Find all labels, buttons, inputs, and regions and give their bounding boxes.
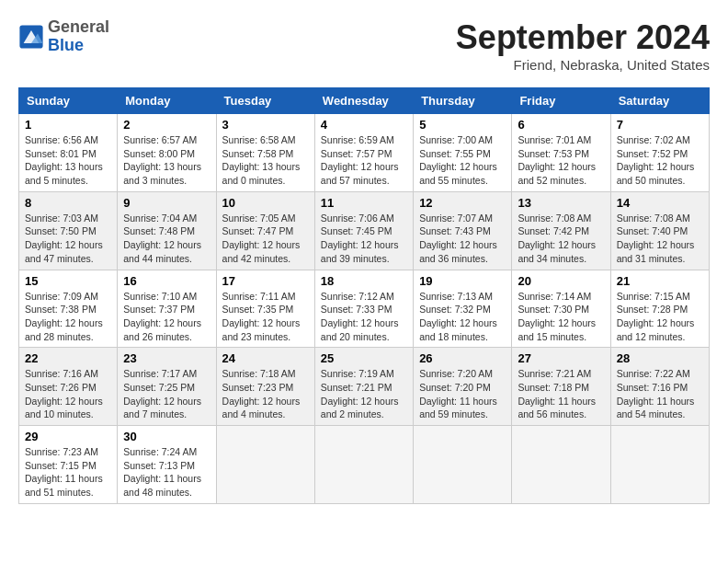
- day-info: Sunrise: 7:07 AMSunset: 7:43 PMDaylight:…: [419, 212, 506, 266]
- calendar-day-cell: 7Sunrise: 7:02 AMSunset: 7:52 PMDaylight…: [610, 114, 709, 192]
- day-number: 28: [617, 351, 703, 365]
- calendar-header-row: SundayMondayTuesdayWednesdayThursdayFrid…: [19, 88, 710, 114]
- calendar-day-cell: 4Sunrise: 6:59 AMSunset: 7:57 PMDaylight…: [314, 114, 413, 192]
- calendar-day-cell: 5Sunrise: 7:00 AMSunset: 7:55 PMDaylight…: [414, 114, 512, 192]
- logo: General Blue: [18, 18, 109, 55]
- day-info: Sunrise: 7:04 AMSunset: 7:48 PMDaylight:…: [123, 212, 210, 266]
- calendar-day-cell: 12Sunrise: 7:07 AMSunset: 7:43 PMDayligh…: [414, 191, 512, 270]
- month-title: September 2024: [456, 18, 710, 57]
- calendar-day-cell: 14Sunrise: 7:08 AMSunset: 7:40 PMDayligh…: [610, 191, 709, 270]
- logo-icon: [18, 24, 44, 50]
- calendar-day-cell: [216, 426, 314, 504]
- calendar-table: SundayMondayTuesdayWednesdayThursdayFrid…: [18, 87, 710, 504]
- calendar-day-cell: 30Sunrise: 7:24 AMSunset: 7:13 PMDayligh…: [118, 426, 216, 504]
- logo-text: General Blue: [48, 18, 109, 55]
- day-info: Sunrise: 7:15 AMSunset: 7:28 PMDaylight:…: [617, 290, 703, 344]
- location: Friend, Nebraska, United States: [456, 57, 710, 73]
- day-number: 7: [617, 118, 703, 132]
- day-info: Sunrise: 7:02 AMSunset: 7:52 PMDaylight:…: [617, 133, 703, 188]
- day-number: 5: [419, 118, 506, 132]
- day-info: Sunrise: 7:13 AMSunset: 7:32 PMDaylight:…: [419, 290, 506, 344]
- logo-blue: Blue: [48, 37, 109, 55]
- calendar-week-row: 1Sunrise: 6:56 AMSunset: 8:01 PMDaylight…: [19, 114, 710, 192]
- day-number: 26: [419, 351, 506, 365]
- day-info: Sunrise: 6:59 AMSunset: 7:57 PMDaylight:…: [321, 133, 407, 188]
- day-info: Sunrise: 7:00 AMSunset: 7:55 PMDaylight:…: [419, 133, 506, 188]
- day-info: Sunrise: 7:03 AMSunset: 7:50 PMDaylight:…: [25, 212, 111, 266]
- calendar-day-cell: 3Sunrise: 6:58 AMSunset: 7:58 PMDaylight…: [216, 114, 314, 192]
- day-number: 29: [25, 430, 111, 443]
- day-number: 4: [321, 118, 407, 132]
- day-number: 9: [123, 196, 210, 210]
- calendar-day-cell: 10Sunrise: 7:05 AMSunset: 7:47 PMDayligh…: [216, 191, 314, 270]
- calendar-day-cell: 22Sunrise: 7:16 AMSunset: 7:26 PMDayligh…: [19, 348, 118, 426]
- calendar-day-cell: 6Sunrise: 7:01 AMSunset: 7:53 PMDaylight…: [512, 114, 610, 192]
- calendar-day-cell: 1Sunrise: 6:56 AMSunset: 8:01 PMDaylight…: [19, 114, 118, 192]
- day-info: Sunrise: 7:06 AMSunset: 7:45 PMDaylight:…: [321, 212, 407, 266]
- calendar-day-cell: 29Sunrise: 7:23 AMSunset: 7:15 PMDayligh…: [19, 426, 118, 504]
- day-info: Sunrise: 7:18 AMSunset: 7:23 PMDaylight:…: [222, 367, 309, 421]
- day-info: Sunrise: 7:16 AMSunset: 7:26 PMDaylight:…: [25, 367, 111, 421]
- day-number: 21: [617, 274, 703, 288]
- day-info: Sunrise: 6:56 AMSunset: 8:01 PMDaylight:…: [25, 133, 111, 188]
- calendar-day-cell: 11Sunrise: 7:06 AMSunset: 7:45 PMDayligh…: [314, 191, 413, 270]
- day-number: 20: [518, 274, 604, 288]
- day-number: 12: [419, 196, 506, 210]
- page-header: General Blue September 2024 Friend, Nebr…: [18, 18, 710, 73]
- calendar-day-cell: 18Sunrise: 7:12 AMSunset: 7:33 PMDayligh…: [314, 270, 413, 348]
- day-number: 14: [617, 196, 703, 210]
- calendar-day-cell: 15Sunrise: 7:09 AMSunset: 7:38 PMDayligh…: [19, 270, 118, 348]
- day-number: 19: [419, 274, 506, 288]
- calendar-day-cell: 9Sunrise: 7:04 AMSunset: 7:48 PMDaylight…: [118, 191, 216, 270]
- weekday-header: Sunday: [19, 88, 118, 114]
- day-info: Sunrise: 7:20 AMSunset: 7:20 PMDaylight:…: [419, 367, 506, 421]
- day-info: Sunrise: 7:21 AMSunset: 7:18 PMDaylight:…: [518, 367, 604, 421]
- day-info: Sunrise: 7:19 AMSunset: 7:21 PMDaylight:…: [321, 367, 407, 421]
- calendar-day-cell: 25Sunrise: 7:19 AMSunset: 7:21 PMDayligh…: [314, 348, 413, 426]
- day-info: Sunrise: 7:09 AMSunset: 7:38 PMDaylight:…: [25, 290, 111, 344]
- calendar-day-cell: 28Sunrise: 7:22 AMSunset: 7:16 PMDayligh…: [610, 348, 709, 426]
- day-number: 18: [321, 274, 407, 288]
- weekday-header: Tuesday: [216, 88, 314, 114]
- day-number: 25: [321, 351, 407, 365]
- calendar-day-cell: 23Sunrise: 7:17 AMSunset: 7:25 PMDayligh…: [118, 348, 216, 426]
- calendar-day-cell: 17Sunrise: 7:11 AMSunset: 7:35 PMDayligh…: [216, 270, 314, 348]
- calendar-day-cell: 16Sunrise: 7:10 AMSunset: 7:37 PMDayligh…: [118, 270, 216, 348]
- calendar-week-row: 29Sunrise: 7:23 AMSunset: 7:15 PMDayligh…: [19, 426, 710, 504]
- calendar-week-row: 8Sunrise: 7:03 AMSunset: 7:50 PMDaylight…: [19, 191, 710, 270]
- day-info: Sunrise: 7:12 AMSunset: 7:33 PMDaylight:…: [321, 290, 407, 344]
- day-number: 30: [123, 430, 210, 443]
- day-info: Sunrise: 7:14 AMSunset: 7:30 PMDaylight:…: [518, 290, 604, 344]
- weekday-header: Wednesday: [314, 88, 413, 114]
- calendar-day-cell: 20Sunrise: 7:14 AMSunset: 7:30 PMDayligh…: [512, 270, 610, 348]
- calendar-day-cell: 19Sunrise: 7:13 AMSunset: 7:32 PMDayligh…: [414, 270, 512, 348]
- day-number: 6: [518, 118, 604, 132]
- day-number: 15: [25, 274, 111, 288]
- day-info: Sunrise: 7:24 AMSunset: 7:13 PMDaylight:…: [123, 445, 210, 500]
- day-info: Sunrise: 7:08 AMSunset: 7:40 PMDaylight:…: [617, 212, 703, 266]
- day-number: 10: [222, 196, 309, 210]
- weekday-header: Friday: [512, 88, 610, 114]
- title-area: September 2024 Friend, Nebraska, United …: [456, 18, 710, 73]
- day-info: Sunrise: 7:17 AMSunset: 7:25 PMDaylight:…: [123, 367, 210, 421]
- calendar-day-cell: 8Sunrise: 7:03 AMSunset: 7:50 PMDaylight…: [19, 191, 118, 270]
- day-info: Sunrise: 7:11 AMSunset: 7:35 PMDaylight:…: [222, 290, 309, 344]
- weekday-header: Saturday: [610, 88, 709, 114]
- weekday-header: Thursday: [414, 88, 512, 114]
- calendar-day-cell: 26Sunrise: 7:20 AMSunset: 7:20 PMDayligh…: [414, 348, 512, 426]
- day-number: 13: [518, 196, 604, 210]
- calendar-day-cell: 2Sunrise: 6:57 AMSunset: 8:00 PMDaylight…: [118, 114, 216, 192]
- day-info: Sunrise: 7:10 AMSunset: 7:37 PMDaylight:…: [123, 290, 210, 344]
- day-info: Sunrise: 6:57 AMSunset: 8:00 PMDaylight:…: [123, 133, 210, 188]
- calendar-day-cell: [512, 426, 610, 504]
- day-info: Sunrise: 7:05 AMSunset: 7:47 PMDaylight:…: [222, 212, 309, 266]
- day-number: 27: [518, 351, 604, 365]
- calendar-week-row: 15Sunrise: 7:09 AMSunset: 7:38 PMDayligh…: [19, 270, 710, 348]
- day-info: Sunrise: 6:58 AMSunset: 7:58 PMDaylight:…: [222, 133, 309, 188]
- calendar-day-cell: 27Sunrise: 7:21 AMSunset: 7:18 PMDayligh…: [512, 348, 610, 426]
- day-number: 11: [321, 196, 407, 210]
- day-info: Sunrise: 7:23 AMSunset: 7:15 PMDaylight:…: [25, 445, 111, 500]
- day-number: 24: [222, 351, 309, 365]
- day-info: Sunrise: 7:01 AMSunset: 7:53 PMDaylight:…: [518, 133, 604, 188]
- day-number: 16: [123, 274, 210, 288]
